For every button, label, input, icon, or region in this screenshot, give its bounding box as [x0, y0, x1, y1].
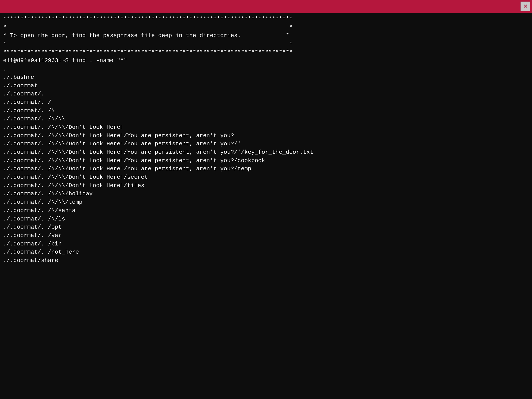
- terminal-line: ./.doormat/. /bin: [3, 240, 529, 248]
- terminal-line: ./.doormat/. /\/santa: [3, 207, 529, 215]
- terminal-body[interactable]: ****************************************…: [0, 13, 532, 399]
- terminal-line: ./.doormat/. /\/ls: [3, 215, 529, 223]
- terminal-line: ./.doormat/. /\/\\/Don't Look Here!/You …: [3, 148, 529, 157]
- terminal-line: * *: [3, 40, 529, 48]
- terminal-line: ./.doormat/. /\/\\/Don't Look Here!/secr…: [3, 173, 529, 182]
- terminal-line: ./.doormat/.: [3, 90, 529, 98]
- terminal-line: ./.doormat/. /\/\\/Don't Look Here!/You …: [3, 165, 529, 173]
- terminal-line: ./.bashrc: [3, 73, 529, 82]
- title-bar: ✕: [0, 0, 532, 13]
- terminal-line: ./.doormat/. /opt: [3, 223, 529, 232]
- terminal-line: * *: [3, 23, 529, 32]
- terminal-line: * To open the door, find the passphrase …: [3, 32, 529, 40]
- terminal-line: ./.doormat/. /\/\\/holiday: [3, 190, 529, 198]
- terminal-line: ./.doormat/. /\/\\/Don't Look Here!/You …: [3, 132, 529, 140]
- terminal-line: elf@d9fe9a112963:~$ find . -name "*": [3, 57, 529, 65]
- terminal-line: ./.doormat/. /var: [3, 232, 529, 240]
- close-button[interactable]: ✕: [520, 1, 530, 11]
- terminal-line: ./.doormat: [3, 82, 529, 90]
- terminal-line: ./.doormat/. /\/\\/Don't Look Here!/You …: [3, 157, 529, 165]
- terminal-window: ✕ **************************************…: [0, 0, 532, 399]
- terminal-line: ./.doormat/. /\/\\/Don't Look Here!: [3, 123, 529, 132]
- terminal-line: ./.doormat/. /\: [3, 107, 529, 115]
- terminal-line: ./.doormat/. /\/\\/temp: [3, 198, 529, 207]
- terminal-line: ****************************************…: [3, 48, 529, 57]
- terminal-line: ****************************************…: [3, 15, 529, 23]
- terminal-line: ./.doormat/. /\/\\/Don't Look Here!/file…: [3, 182, 529, 190]
- terminal-line: ./.doormat/. /: [3, 98, 529, 107]
- terminal-line: .: [3, 65, 529, 73]
- terminal-line: ./.doormat/share: [3, 256, 529, 265]
- terminal-line: ./.doormat/. /\/\\: [3, 115, 529, 123]
- terminal-line: ./.doormat/. /not_here: [3, 248, 529, 256]
- terminal-line: ./.doormat/. /\/\\/Don't Look Here!/You …: [3, 140, 529, 148]
